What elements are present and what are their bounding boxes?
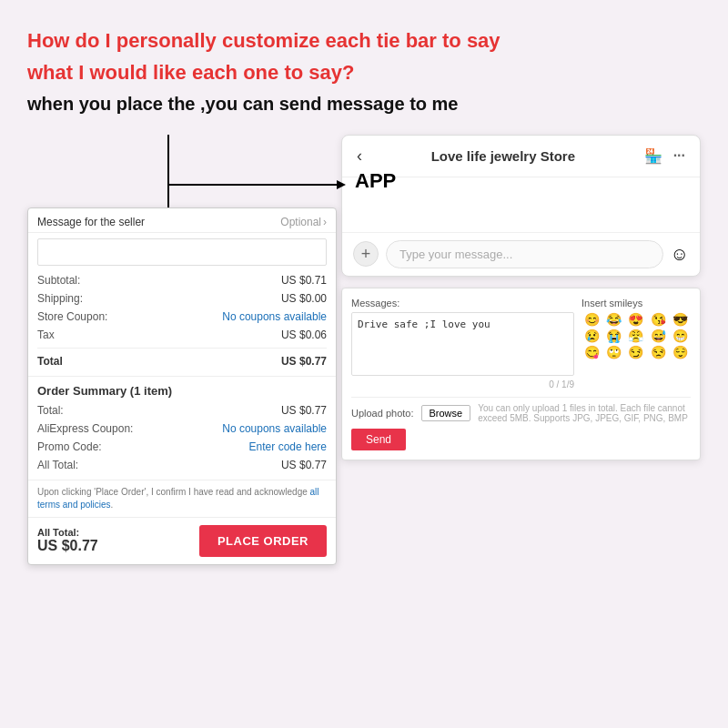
subtotal-value: US $0.71 xyxy=(281,274,327,287)
emoji-item[interactable]: 😅 xyxy=(648,329,668,343)
store-icon[interactable]: 🏪 xyxy=(644,147,662,165)
emoji-item[interactable]: 😂 xyxy=(603,312,623,327)
message-textarea[interactable] xyxy=(351,312,574,376)
place-order-button[interactable]: PLACE ORDER xyxy=(199,525,327,557)
app-label: APP xyxy=(355,169,396,193)
order-summary-title: Order Summary (1 item) xyxy=(28,376,336,401)
emoji-label: Insert smileys xyxy=(581,298,691,308)
os-total-label: Total: xyxy=(37,404,64,417)
shipping-label: Shipping: xyxy=(37,292,83,305)
message-seller-label: Message for the seller xyxy=(37,216,145,228)
shipping-row: Shipping: US $0.00 xyxy=(37,289,327,308)
shipping-value: US $0.00 xyxy=(281,292,327,305)
emoji-item[interactable]: 😒 xyxy=(648,345,668,359)
desktop-message-panel: Messages: 0 / 1/9 Insert smileys 😊😂😍😘😎😢😭… xyxy=(341,288,701,460)
tax-value: US $0.06 xyxy=(281,329,327,341)
emoji-item[interactable]: 😁 xyxy=(671,329,691,343)
footer-total-label: All Total: xyxy=(37,527,98,538)
os-promo-row: Promo Code: Enter code here xyxy=(37,438,327,456)
emoji-grid: 😊😂😍😘😎😢😭😤😅😁😋🙄😏😒😌 xyxy=(581,312,691,359)
chat-input-field[interactable]: Type your message... xyxy=(386,240,663,268)
tax-row: Tax US $0.06 xyxy=(37,326,327,344)
chat-emoji-button[interactable]: ☺ xyxy=(671,244,689,265)
emoji-item[interactable]: 😌 xyxy=(671,345,691,359)
tax-label: Tax xyxy=(37,329,55,341)
message-seller-row: Message for the seller Optional › xyxy=(28,208,336,233)
os-coupon-label: AliExpress Coupon: xyxy=(37,422,133,435)
subtotal-row: Subtotal: US $0.71 xyxy=(37,271,327,289)
place-order-bar: All Total: US $0.77 PLACE ORDER xyxy=(28,517,336,564)
chat-plus-button[interactable]: + xyxy=(353,241,379,267)
os-total-value: US $0.77 xyxy=(281,404,327,417)
os-total-row: Total: US $0.77 xyxy=(37,401,327,420)
emoji-item[interactable]: 😋 xyxy=(581,345,602,359)
price-summary: Subtotal: US $0.71 Shipping: US $0.00 St… xyxy=(28,271,336,376)
footer-total: All Total: US $0.77 xyxy=(37,527,98,554)
messages-label: Messages: xyxy=(351,298,574,308)
send-row: Send xyxy=(351,429,691,450)
os-promo-label: Promo Code: xyxy=(37,440,102,453)
total-label: Total xyxy=(37,355,63,368)
order-panel: Message for the seller Optional › Subtot… xyxy=(27,207,337,565)
emoji-item[interactable]: 🙄 xyxy=(603,345,623,359)
sub-line: when you place the ,you can send message… xyxy=(27,91,701,116)
send-button[interactable]: Send xyxy=(351,429,406,450)
more-dots-button[interactable]: ··· xyxy=(673,147,685,164)
emoji-item[interactable]: 😍 xyxy=(626,312,646,327)
chat-input-row: + Type your message... ☺ xyxy=(342,232,700,276)
os-all-total-label: All Total: xyxy=(37,459,78,471)
os-all-total-value: US $0.77 xyxy=(281,459,327,471)
os-promo-value: Enter code here xyxy=(249,440,327,453)
char-count: 0 / 1/9 xyxy=(351,379,574,389)
store-coupon-value: No coupons available xyxy=(222,310,327,323)
browse-button[interactable]: Browse xyxy=(421,405,471,421)
question-line1: How do I personally customize each tie b… xyxy=(27,27,701,56)
order-summary-section: Total: US $0.77 AliExpress Coupon: No co… xyxy=(28,401,336,480)
upload-hint: You can only upload 1 files in total. Ea… xyxy=(478,403,691,423)
emoji-item[interactable]: 😎 xyxy=(671,312,691,327)
emoji-item[interactable]: 😤 xyxy=(626,329,646,343)
confirm-text: Upon clicking 'Place Order', I confirm I… xyxy=(28,480,336,517)
question-line2: what I would like each one to say? xyxy=(27,59,701,87)
os-coupon-value: No coupons available xyxy=(222,422,327,435)
subtotal-label: Subtotal: xyxy=(37,274,80,287)
optional-link[interactable]: Optional › xyxy=(280,216,327,228)
chat-header-icons: 🏪 ··· xyxy=(644,147,685,165)
upload-label: Upload photo: xyxy=(351,408,414,419)
emoji-item[interactable]: 😏 xyxy=(626,345,646,359)
message-panel-inner: Messages: 0 / 1/9 Insert smileys 😊😂😍😘😎😢😭… xyxy=(351,298,691,389)
content-area: APP Message for the seller Optional › Su… xyxy=(27,135,701,644)
os-coupon-row: AliExpress Coupon: No coupons available xyxy=(37,420,327,438)
message-text-area-section: Messages: 0 / 1/9 xyxy=(351,298,574,389)
total-row: Total US $0.77 xyxy=(37,352,327,370)
store-coupon-label: Store Coupon: xyxy=(37,310,107,323)
total-value: US $0.77 xyxy=(281,355,327,368)
store-coupon-row: Store Coupon: No coupons available xyxy=(37,308,327,326)
emoji-item[interactable]: 😊 xyxy=(581,312,602,327)
os-all-total-row: All Total: US $0.77 xyxy=(37,456,327,474)
chat-title: Love life jewelry Store xyxy=(431,148,575,164)
main-container: How do I personally customize each tie b… xyxy=(0,0,728,728)
app-chat-panel: ‹ Love life jewelry Store 🏪 ··· + Type y… xyxy=(341,135,701,277)
emoji-item[interactable]: 😢 xyxy=(581,329,602,343)
chat-back-button[interactable]: ‹ xyxy=(357,147,362,166)
upload-row: Upload photo: Browse You can only upload… xyxy=(351,397,691,423)
emoji-section: Insert smileys 😊😂😍😘😎😢😭😤😅😁😋🙄😏😒😌 xyxy=(581,298,691,389)
footer-total-value: US $0.77 xyxy=(37,538,98,554)
message-input-box[interactable] xyxy=(37,238,327,266)
emoji-item[interactable]: 😘 xyxy=(648,312,668,327)
emoji-item[interactable]: 😭 xyxy=(603,329,623,343)
